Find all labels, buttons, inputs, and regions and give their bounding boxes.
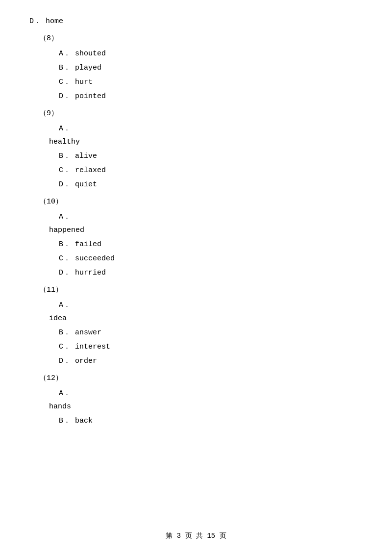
option-10a-value: happened <box>49 224 363 237</box>
option-9c: C． relaxed <box>59 164 363 177</box>
option-11c: C． interest <box>59 340 363 353</box>
page-content: D． home （8） A． shouted B． played C． hurt… <box>0 0 392 458</box>
option-12b: B． back <box>59 414 363 428</box>
option-11a-value: idea <box>49 312 363 325</box>
item-d-home: D． home <box>29 15 363 28</box>
option-9a-value: healthy <box>49 135 363 149</box>
option-8d: D． pointed <box>59 90 363 103</box>
number-11: （11） <box>39 283 363 297</box>
option-11b: B． answer <box>59 326 363 339</box>
option-9b: B． alive <box>59 150 363 163</box>
option-9d: D． quiet <box>59 178 363 191</box>
option-9a-label: A． <box>59 122 363 135</box>
option-8a: A． shouted <box>59 47 363 60</box>
option-12a-value: hands <box>49 400 363 413</box>
option-10a-label: A． <box>59 210 363 224</box>
option-12a-label: A． <box>59 387 363 400</box>
option-8b: B． played <box>59 61 363 75</box>
option-11d: D． order <box>59 354 363 368</box>
number-12: （12） <box>39 372 363 385</box>
option-11a-label: A． <box>59 299 363 312</box>
option-10b: B． failed <box>59 238 363 251</box>
number-9: （9） <box>39 107 363 120</box>
option-8c: C． hurt <box>59 76 363 89</box>
number-8: （8） <box>39 32 363 45</box>
option-10d: D． hurried <box>59 266 363 279</box>
option-10c: C． succeeded <box>59 252 363 265</box>
page-footer: 第 3 页 共 15 页 <box>0 531 392 540</box>
number-10: （10） <box>39 195 363 208</box>
